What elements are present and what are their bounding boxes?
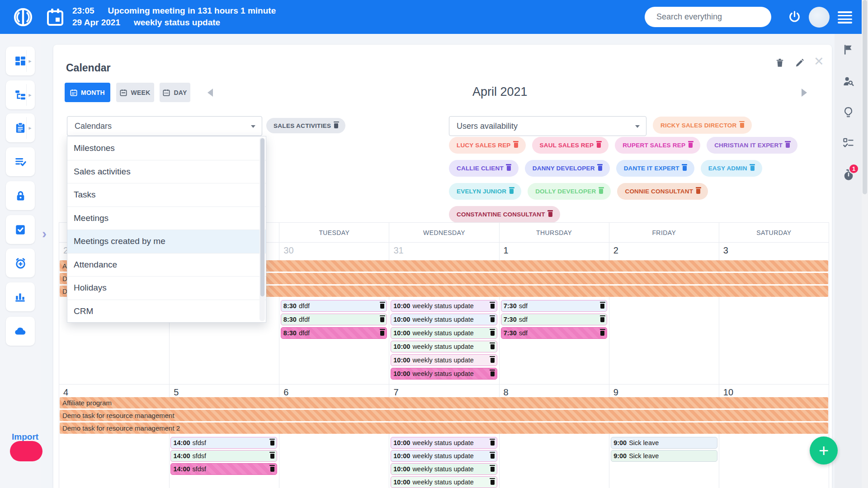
calendars-select[interactable]: Calendars xyxy=(67,116,262,136)
calendars-dropdown-option[interactable]: Meetings created by me xyxy=(67,230,266,253)
user-filter-chip[interactable]: EVELYN JUNIOR xyxy=(449,183,521,200)
user-filter-chip[interactable]: CHRISTIAN IT EXPERT xyxy=(707,137,797,154)
event-chip[interactable]: 10:00 weekly status update xyxy=(391,476,497,488)
event-chip[interactable]: 8:30 dfdf xyxy=(281,327,387,339)
event-chip[interactable]: 8:30 dfdf xyxy=(281,314,387,325)
remove-chip-icon[interactable] xyxy=(689,143,693,148)
sidebar-item-hierarchy[interactable]: ▸ xyxy=(6,80,35,109)
user-filter-chip[interactable]: RUPERT SALES REP xyxy=(615,137,700,154)
remove-chip-icon[interactable] xyxy=(750,166,755,171)
hamburger-menu-icon[interactable] xyxy=(838,11,852,25)
delete-event-icon[interactable] xyxy=(491,454,495,459)
user-filter-chip[interactable]: DANNY DEVELOPER xyxy=(525,160,610,177)
multiday-task-bar[interactable]: Affiliate program xyxy=(60,397,828,408)
delete-event-icon[interactable] xyxy=(270,454,274,459)
event-chip[interactable]: 7:30 sdf xyxy=(501,327,607,339)
calendars-filter-chip[interactable]: SALES ACTIVITIES xyxy=(266,118,345,133)
sidebar-item-clipboard[interactable]: ▸ xyxy=(6,113,35,142)
calendars-dropdown-option[interactable]: Holidays xyxy=(67,276,266,300)
calendars-dropdown-option[interactable]: Attendance xyxy=(67,253,266,277)
calendars-dropdown-option[interactable]: CRM xyxy=(67,300,266,323)
event-chip[interactable]: 14:00 sfdsf xyxy=(170,437,277,449)
scrollbar-thumb[interactable] xyxy=(863,0,867,194)
flag-icon[interactable] xyxy=(842,44,854,57)
remove-chip-icon[interactable] xyxy=(597,143,601,148)
remove-chip-icon[interactable] xyxy=(598,166,602,171)
sidebar-item-dashboard[interactable]: ▸ xyxy=(6,47,35,75)
chevron-right-icon[interactable]: ▸ xyxy=(26,50,33,72)
search-input[interactable] xyxy=(645,7,771,27)
delete-event-icon[interactable] xyxy=(380,304,384,309)
user-filter-chip[interactable]: RICKY SALES DIRECTOR xyxy=(653,117,752,134)
close-icon[interactable]: ✕ xyxy=(814,54,824,69)
users-availability-select[interactable]: Users availability xyxy=(449,116,646,136)
import-link[interactable]: Import xyxy=(12,432,38,442)
user-filter-chip[interactable]: CONNIE CONSULTANT xyxy=(617,183,708,200)
remove-chip-icon[interactable] xyxy=(740,123,744,128)
logout-power-icon[interactable] xyxy=(788,10,802,26)
sidebar-item-reports[interactable] xyxy=(6,282,35,311)
calendars-dropdown-option[interactable]: Tasks xyxy=(67,183,266,206)
sidebar-item-cloud[interactable] xyxy=(6,317,35,346)
event-chip[interactable]: 10:00 weekly status update xyxy=(391,368,497,380)
user-filter-chip[interactable]: CALLIE CLIENT xyxy=(449,160,519,177)
delete-event-icon[interactable] xyxy=(380,317,384,322)
checklist-icon[interactable] xyxy=(842,137,854,151)
user-search-icon[interactable] xyxy=(842,75,854,89)
delete-event-icon[interactable] xyxy=(491,371,495,376)
event-chip[interactable]: 14:00 sfdsf xyxy=(170,463,277,475)
event-chip[interactable]: 10:00 weekly status update xyxy=(391,327,497,339)
dropdown-scrollbar[interactable] xyxy=(259,137,265,321)
remove-chip-icon[interactable] xyxy=(514,143,518,148)
notification-badge[interactable]: 1 xyxy=(849,164,859,174)
delete-event-icon[interactable] xyxy=(600,317,604,322)
delete-event-icon[interactable] xyxy=(270,441,274,446)
user-filter-chip[interactable]: DANTE IT EXPERT xyxy=(616,160,694,177)
edit-calendar-icon[interactable] xyxy=(795,58,805,70)
event-chip[interactable]: 10:00 weekly status update xyxy=(391,300,497,312)
sidebar-item-security[interactable] xyxy=(6,181,35,210)
sidebar-item-approvals[interactable] xyxy=(6,215,35,244)
delete-event-icon[interactable] xyxy=(600,331,604,336)
calendars-dropdown-option[interactable]: Meetings xyxy=(67,206,266,230)
add-event-fab[interactable]: + xyxy=(810,436,838,465)
view-day-button[interactable]: DAY xyxy=(160,83,190,102)
delete-event-icon[interactable] xyxy=(270,467,274,472)
user-filter-chip[interactable]: EASY ADMIN xyxy=(701,160,762,177)
delete-calendar-icon[interactable] xyxy=(775,58,785,70)
delete-event-icon[interactable] xyxy=(491,317,495,322)
user-filter-chip[interactable]: CONSTANTINE CONSULTANT xyxy=(449,206,560,223)
event-chip[interactable]: 14:00 sfdsf xyxy=(170,450,277,462)
delete-event-icon[interactable] xyxy=(491,441,495,446)
remove-chip-icon[interactable] xyxy=(696,189,700,194)
delete-event-icon[interactable] xyxy=(491,304,495,309)
remove-chip-icon[interactable] xyxy=(786,143,790,148)
delete-event-icon[interactable] xyxy=(491,331,495,336)
chevron-right-icon[interactable]: ▸ xyxy=(26,84,33,106)
app-logo-icon[interactable] xyxy=(13,7,33,29)
event-chip[interactable]: 10:00 weekly status update xyxy=(391,354,497,366)
event-chip[interactable]: 7:30 sdf xyxy=(501,314,607,325)
page-scrollbar[interactable] xyxy=(862,0,868,488)
calendar-topbar-icon[interactable] xyxy=(46,8,64,28)
event-chip[interactable]: 10:00 weekly status update xyxy=(391,463,497,475)
event-chip[interactable]: 8:30 dfdf xyxy=(281,300,387,312)
dropdown-scrollbar-thumb[interactable] xyxy=(260,138,264,296)
event-chip[interactable]: 9:00 Sick leave xyxy=(611,437,717,449)
multiday-task-bar[interactable]: Demo task for resource management xyxy=(60,410,828,421)
event-chip[interactable]: 7:30 sdf xyxy=(501,300,607,312)
onboarding-beacon[interactable] xyxy=(10,441,42,461)
view-month-button[interactable]: MONTH xyxy=(65,83,110,102)
avatar[interactable] xyxy=(809,7,830,28)
remove-chip-icon[interactable] xyxy=(507,166,511,171)
calendars-dropdown-option[interactable]: Milestones xyxy=(67,136,266,160)
view-week-button[interactable]: WEEK xyxy=(116,83,154,102)
expand-sidebar-icon[interactable]: › xyxy=(42,226,47,241)
remove-chip-icon[interactable] xyxy=(548,212,552,217)
multiday-task-bar[interactable]: Demo task for resource management 2 xyxy=(60,422,828,434)
event-chip[interactable]: 9:00 Sick leave xyxy=(611,450,717,462)
user-filter-chip[interactable]: DOLLY DEVELOPER xyxy=(528,183,611,200)
event-chip[interactable]: 10:00 weekly status update xyxy=(391,314,497,325)
remove-chip-icon[interactable] xyxy=(683,166,687,171)
lightbulb-icon[interactable] xyxy=(842,106,854,120)
